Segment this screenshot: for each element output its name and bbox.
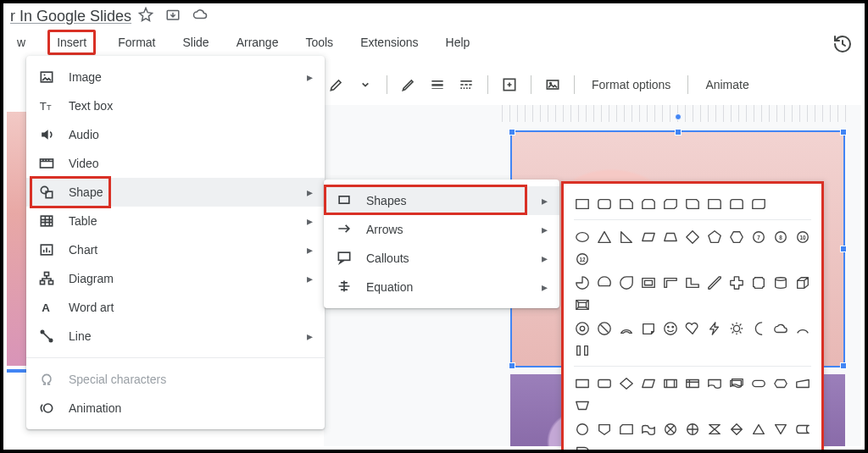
shape-parallelogram[interactable] (640, 229, 657, 246)
shape-equation[interactable]: Equation▸ (324, 273, 559, 301)
shape-round-same[interactable] (728, 196, 745, 213)
insert-shape[interactable]: Shape▸ (26, 178, 325, 207)
shape-diag-stripe[interactable] (706, 274, 723, 291)
border-dash-icon[interactable] (453, 72, 479, 97)
shape-noentry[interactable] (596, 320, 613, 337)
fc-extract[interactable] (750, 421, 767, 438)
shape-rounded-rect[interactable] (596, 196, 613, 213)
shape-chord[interactable] (596, 274, 613, 291)
shape-can[interactable] (772, 274, 789, 291)
paint-icon[interactable] (324, 72, 349, 97)
shape-cross[interactable] (728, 274, 745, 291)
insert-animation[interactable]: Animation (26, 394, 325, 423)
fc-delay[interactable] (574, 443, 591, 453)
shape-hexagon[interactable] (728, 229, 745, 246)
shape-octagon[interactable]: 8 (772, 229, 789, 246)
fc-merge[interactable] (772, 421, 789, 438)
fc-document[interactable] (706, 375, 723, 392)
fc-alt-process[interactable] (596, 375, 613, 392)
fc-manual-op[interactable] (574, 397, 591, 414)
fc-or[interactable] (684, 421, 701, 438)
insert-wordart[interactable]: AWord art (26, 293, 325, 322)
shape-cube[interactable] (794, 274, 811, 291)
shape-folded[interactable] (640, 320, 657, 337)
pen-icon[interactable] (396, 72, 421, 97)
shape-frame[interactable] (640, 274, 657, 291)
fc-predefined[interactable] (662, 375, 679, 392)
shape-smiley[interactable] (662, 320, 679, 337)
shape-l-shape[interactable] (684, 274, 701, 291)
shape-bevel[interactable] (574, 296, 591, 313)
add-box-icon[interactable] (497, 72, 522, 97)
fc-multidoc[interactable] (728, 375, 745, 392)
insert-table[interactable]: Table▸ (26, 207, 325, 235)
menu-extensions[interactable]: Extensions (355, 32, 423, 52)
shape-moon[interactable] (750, 320, 767, 337)
shape-arc[interactable] (794, 320, 811, 337)
fc-punched-tape[interactable] (640, 421, 657, 438)
fc-sort[interactable] (728, 421, 745, 438)
shape-snip-corner[interactable] (618, 196, 635, 213)
history-icon[interactable] (832, 34, 853, 58)
slide-thumbnail[interactable] (7, 112, 27, 366)
fc-stored[interactable] (794, 421, 811, 438)
shape-right-triangle[interactable] (618, 229, 635, 246)
shape-snip-same[interactable] (640, 196, 657, 213)
animate-button[interactable]: Animate (697, 78, 757, 91)
shape-sun[interactable] (728, 320, 745, 337)
shape-callouts[interactable]: Callouts▸ (324, 244, 559, 273)
insert-line[interactable]: Line▸ (26, 322, 325, 351)
shape-pie[interactable] (574, 274, 591, 291)
cloud-icon[interactable] (192, 7, 208, 25)
shape-heart[interactable] (684, 320, 701, 337)
shape-donut[interactable] (574, 320, 591, 337)
fc-preparation[interactable] (772, 375, 789, 392)
shape-round-diag[interactable] (750, 196, 767, 213)
replace-image-icon[interactable] (540, 72, 565, 97)
format-options-button[interactable]: Format options (583, 78, 679, 91)
shape-trapezoid[interactable] (662, 229, 679, 246)
shape-pentagon[interactable] (706, 229, 723, 246)
shape-arrows[interactable]: Arrows▸ (324, 215, 559, 244)
chevron-down-icon[interactable] (353, 72, 378, 97)
fc-offpage[interactable] (596, 421, 613, 438)
shape-triangle[interactable] (596, 229, 613, 246)
shape-oval[interactable] (574, 229, 591, 246)
fc-internal[interactable] (684, 375, 701, 392)
menu-slide[interactable]: Slide (177, 32, 214, 52)
document-title[interactable]: r In Google Slides (10, 8, 131, 25)
shape-teardrop[interactable] (618, 274, 635, 291)
shape-half-frame[interactable] (662, 274, 679, 291)
shape-decagon[interactable]: 10 (794, 229, 811, 246)
fc-decision[interactable] (618, 375, 635, 392)
menu-format[interactable]: Format (113, 32, 160, 52)
insert-chart[interactable]: Chart▸ (26, 235, 325, 264)
fc-manual-input[interactable] (794, 375, 811, 392)
insert-image[interactable]: Image▸ (26, 63, 325, 91)
shape-diamond[interactable] (684, 229, 701, 246)
menu-tools[interactable]: Tools (300, 32, 338, 52)
insert-video[interactable]: Video (26, 149, 325, 178)
star-icon[interactable] (138, 7, 153, 25)
move-icon[interactable] (165, 7, 181, 25)
shape-snip-round[interactable] (684, 196, 701, 213)
menu-arrange[interactable]: Arrange (231, 32, 284, 52)
border-weight-icon[interactable] (425, 72, 450, 97)
fc-data[interactable] (640, 375, 657, 392)
shape-plaque[interactable] (750, 274, 767, 291)
shape-cloud[interactable] (772, 320, 789, 337)
shape-lightning[interactable] (706, 320, 723, 337)
shape-heptagon[interactable]: 7 (750, 229, 767, 246)
shape-bracket-pair[interactable] (574, 342, 591, 359)
shape-shapes[interactable]: Shapes▸ (324, 186, 559, 215)
fc-collate[interactable] (706, 421, 723, 438)
fc-terminator[interactable] (750, 375, 767, 392)
shape-snip-diag[interactable] (662, 196, 679, 213)
shape-block-arc[interactable] (618, 320, 635, 337)
shape-dodecagon[interactable]: 12 (574, 251, 591, 268)
insert-textbox[interactable]: TTText box (26, 91, 325, 120)
fc-process[interactable] (574, 375, 591, 392)
shape-round-single[interactable] (706, 196, 723, 213)
menu-view-partial[interactable]: w (12, 32, 31, 52)
menu-insert[interactable]: Insert (47, 30, 96, 55)
